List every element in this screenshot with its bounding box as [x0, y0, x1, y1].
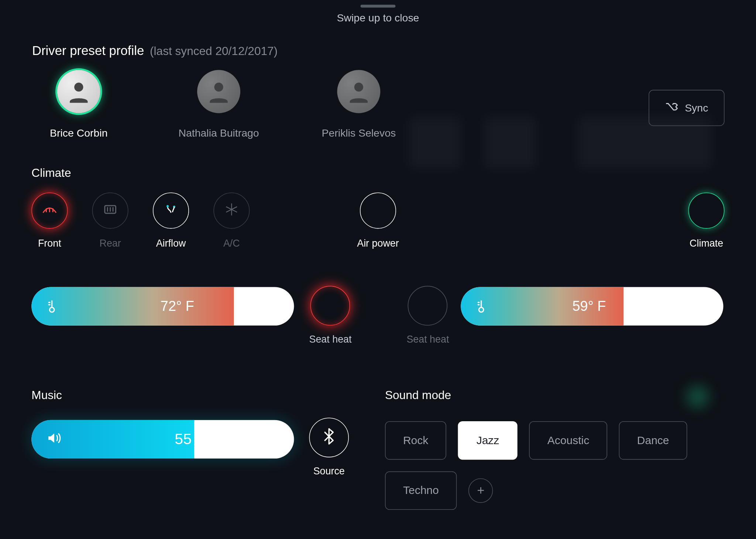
- airflow-button[interactable]: Airflow: [153, 192, 189, 250]
- thermometer-icon: [474, 299, 489, 314]
- mode-label: Techno: [403, 484, 439, 497]
- plus-icon: +: [477, 483, 484, 498]
- thermometer-icon: [44, 299, 59, 314]
- volume-icon: [47, 430, 62, 448]
- preset-synced-note: (last synced 20/12/2017): [150, 44, 278, 58]
- air-power-button[interactable]: Air power: [357, 192, 399, 250]
- seat-heat-left-button[interactable]: Seat heat: [309, 286, 352, 345]
- mode-label: Jazz: [477, 434, 499, 447]
- mode-jazz[interactable]: Jazz: [458, 421, 518, 460]
- defrost-rear-icon: [102, 201, 119, 221]
- svg-point-7: [49, 308, 54, 312]
- avatar: [337, 70, 380, 113]
- mode-label: Dance: [637, 434, 669, 447]
- snowflake-icon: [223, 201, 240, 221]
- ac-label: A/C: [223, 238, 240, 250]
- mode-dance[interactable]: Dance: [619, 421, 687, 460]
- svg-point-4: [166, 205, 169, 207]
- preset-title: Driver preset profile: [32, 43, 144, 58]
- sync-button[interactable]: Sync: [649, 90, 724, 126]
- defrost-rear-button[interactable]: Rear: [92, 192, 128, 250]
- sync-button-label: Sync: [685, 102, 708, 114]
- temp-left-slider[interactable]: 72° F: [31, 287, 294, 325]
- temp-right-slider[interactable]: 59° F: [461, 287, 723, 325]
- mode-label: Acoustic: [547, 434, 589, 447]
- profile-name: Brice Corbin: [50, 127, 108, 139]
- swipe-hint-label: Swipe up to close: [337, 12, 419, 24]
- seat-heat-right-button[interactable]: Seat heat: [406, 286, 449, 345]
- drag-handle[interactable]: [361, 5, 396, 8]
- avatar: [197, 70, 240, 113]
- bluetooth-icon: [322, 428, 337, 447]
- profile-nathalia[interactable]: Nathalia Buitrago: [172, 70, 265, 140]
- climate-power-button[interactable]: Climate: [688, 192, 725, 250]
- defrost-front-label: Front: [38, 238, 61, 250]
- temp-left-value: 72° F: [161, 298, 194, 314]
- profile-periklis[interactable]: Periklis Selevos: [312, 70, 405, 140]
- ac-button[interactable]: A/C: [213, 192, 250, 250]
- climate-section-label: Climate: [31, 166, 71, 179]
- defrost-front-icon: [41, 201, 58, 221]
- volume-slider[interactable]: 55: [31, 420, 294, 459]
- seat-heat-left-label: Seat heat: [309, 334, 352, 346]
- sound-section-label: Sound mode: [385, 388, 451, 402]
- air-power-label: Air power: [357, 238, 399, 250]
- seat-heat-right-label: Seat heat: [406, 334, 449, 346]
- mode-add-button[interactable]: +: [468, 478, 493, 503]
- climate-power-label: Climate: [690, 238, 723, 250]
- defrost-rear-label: Rear: [100, 238, 121, 250]
- source-label: Source: [313, 466, 345, 477]
- profile-name: Nathalia Buitrago: [178, 127, 259, 139]
- temp-right-value: 59° F: [572, 298, 606, 314]
- mode-rock[interactable]: Rock: [385, 421, 446, 460]
- mode-label: Rock: [403, 434, 428, 447]
- shuffle-icon: [665, 101, 678, 114]
- music-section-label: Music: [31, 388, 62, 402]
- volume-value: 55: [175, 430, 192, 448]
- source-button[interactable]: Source: [309, 418, 349, 477]
- svg-point-2: [354, 83, 363, 92]
- svg-point-8: [479, 308, 484, 312]
- mode-acoustic[interactable]: Acoustic: [529, 421, 607, 460]
- airflow-label: Airflow: [156, 238, 186, 250]
- defrost-front-button[interactable]: Front: [31, 192, 68, 250]
- airflow-icon: [162, 201, 179, 221]
- mode-techno[interactable]: Techno: [385, 471, 457, 510]
- profile-brice[interactable]: Brice Corbin: [32, 70, 126, 140]
- svg-point-0: [74, 83, 83, 92]
- profile-name: Periklis Selevos: [322, 127, 396, 139]
- svg-point-1: [214, 83, 223, 92]
- avatar: [57, 70, 100, 113]
